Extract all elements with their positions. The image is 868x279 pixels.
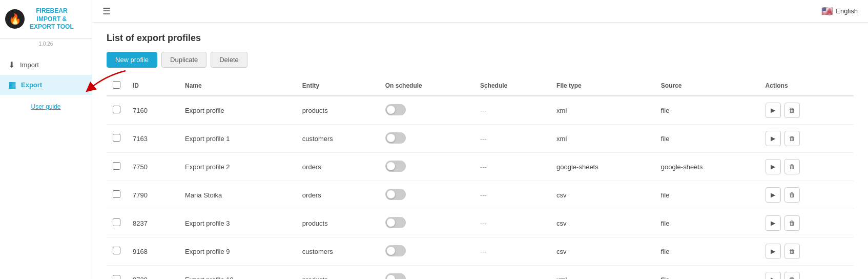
row-entity: products (296, 209, 379, 237)
flag-icon: 🇺🇸 (821, 6, 833, 17)
header-on-schedule: On schedule (379, 76, 474, 96)
sidebar-item-import[interactable]: ⬇ Import (0, 55, 92, 75)
select-all-checkbox[interactable] (113, 81, 120, 89)
row-source: file (655, 237, 759, 266)
row-checkbox[interactable] (113, 162, 120, 170)
row-file-type: csv (550, 237, 655, 266)
row-checkbox[interactable] (113, 190, 120, 198)
row-on-schedule[interactable] (379, 96, 474, 125)
delete-row-button[interactable]: 🗑 (784, 215, 800, 231)
row-checkbox-cell (107, 125, 127, 153)
header-actions: Actions (759, 76, 854, 96)
run-button[interactable]: ▶ (766, 159, 781, 174)
table-row: 7163 Export profile 1 customers --- xml … (107, 125, 854, 153)
row-on-schedule[interactable] (379, 125, 474, 153)
row-checkbox[interactable] (113, 275, 120, 279)
delete-button[interactable]: Delete (211, 52, 247, 68)
toggle-knob (387, 134, 395, 142)
toggle-switch[interactable] (385, 217, 406, 228)
toggle-knob (387, 275, 395, 280)
new-profile-button[interactable]: New profile (107, 52, 157, 68)
row-actions: ▶ 🗑 (759, 237, 854, 266)
delete-row-button[interactable]: 🗑 (784, 103, 800, 118)
language-label: English (836, 7, 858, 15)
run-button[interactable]: ▶ (766, 187, 781, 203)
toolbar: New profile Duplicate Delete (107, 52, 854, 68)
header-id: ID (127, 76, 179, 96)
row-schedule: --- (474, 96, 550, 125)
run-button[interactable]: ▶ (766, 272, 781, 279)
row-actions: ▶ 🗑 (759, 96, 854, 125)
duplicate-button[interactable]: Duplicate (161, 52, 206, 68)
row-checkbox-cell (107, 266, 127, 280)
content-area: List of export profiles New profile Dupl… (92, 23, 868, 279)
sidebar: 🔥 FIREBEAR IMPORT & EXPORT TOOL 1.0.26 ⬇… (0, 0, 92, 279)
row-file-type: csv (550, 181, 655, 209)
row-source: file (655, 266, 759, 280)
table-row: 7790 Maria Stoika orders --- csv file ▶ … (107, 181, 854, 209)
sidebar-item-export[interactable]: ▦ Export (0, 75, 92, 95)
row-checkbox[interactable] (113, 134, 120, 142)
row-actions: ▶ 🗑 (759, 181, 854, 209)
run-button[interactable]: ▶ (766, 103, 781, 118)
hamburger-menu[interactable]: ☰ (102, 6, 111, 17)
row-on-schedule[interactable] (379, 181, 474, 209)
row-source: google-sheets (655, 153, 759, 181)
row-name: Export profile 3 (179, 209, 296, 237)
row-source: file (655, 96, 759, 125)
delete-row-button[interactable]: 🗑 (784, 244, 800, 259)
row-checkbox-cell (107, 153, 127, 181)
row-checkbox[interactable] (113, 247, 120, 254)
row-id: 7790 (127, 181, 179, 209)
delete-row-button[interactable]: 🗑 (784, 131, 800, 146)
row-on-schedule[interactable] (379, 237, 474, 266)
row-checkbox[interactable] (113, 218, 120, 226)
topbar: ☰ 🇺🇸 English (92, 0, 868, 23)
row-on-schedule[interactable] (379, 209, 474, 237)
row-on-schedule[interactable] (379, 266, 474, 280)
toggle-knob (387, 106, 395, 114)
toggle-switch[interactable] (385, 132, 406, 144)
row-name: Maria Stoika (179, 181, 296, 209)
run-button[interactable]: ▶ (766, 244, 781, 259)
user-guide-link[interactable]: User guide (27, 99, 65, 114)
delete-row-button[interactable]: 🗑 (784, 187, 800, 203)
row-file-type: google-sheets (550, 153, 655, 181)
toggle-knob (387, 247, 395, 255)
sidebar-item-import-label: Import (20, 61, 39, 69)
run-button[interactable]: ▶ (766, 131, 781, 146)
table-row: 7160 Export profile products --- xml fil… (107, 96, 854, 125)
row-name: Export profile 2 (179, 153, 296, 181)
row-checkbox[interactable] (113, 106, 120, 113)
row-on-schedule[interactable] (379, 153, 474, 181)
toggle-switch[interactable] (385, 273, 406, 280)
row-file-type: xml (550, 125, 655, 153)
page-title: List of export profiles (107, 33, 854, 44)
row-entity: products (296, 96, 379, 125)
row-id: 7160 (127, 96, 179, 125)
row-source: file (655, 125, 759, 153)
toggle-knob (387, 218, 395, 227)
row-name: Export profile 9 (179, 237, 296, 266)
delete-row-button[interactable]: 🗑 (784, 272, 800, 279)
row-schedule: --- (474, 237, 550, 266)
toggle-switch[interactable] (385, 104, 406, 115)
table-row: 9739 Export profile 10 products --- xml … (107, 266, 854, 280)
toggle-switch[interactable] (385, 161, 406, 172)
row-checkbox-cell (107, 181, 127, 209)
run-button[interactable]: ▶ (766, 215, 781, 231)
toggle-switch[interactable] (385, 189, 406, 200)
toggle-switch[interactable] (385, 245, 406, 256)
profiles-table-wrapper: ID Name Entity On schedule Schedule File… (107, 76, 854, 279)
row-schedule: --- (474, 153, 550, 181)
row-checkbox-cell (107, 96, 127, 125)
delete-row-button[interactable]: 🗑 (784, 159, 800, 174)
header-name: Name (179, 76, 296, 96)
header-file-type: File type (550, 76, 655, 96)
row-id: 7750 (127, 153, 179, 181)
row-actions: ▶ 🗑 (759, 153, 854, 181)
header-source: Source (655, 76, 759, 96)
language-selector[interactable]: 🇺🇸 English (821, 6, 858, 17)
sidebar-nav: ⬇ Import ▦ Export (0, 51, 92, 99)
row-entity: customers (296, 237, 379, 266)
